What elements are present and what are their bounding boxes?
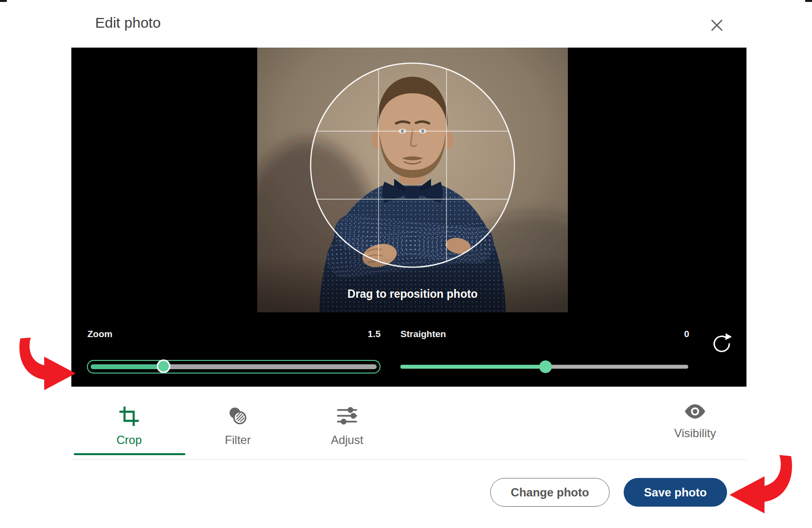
tab-adjust[interactable]: Adjust [308, 406, 386, 447]
straighten-label: Straighten [400, 329, 446, 340]
close-button[interactable] [707, 16, 727, 35]
drag-hint: Drag to reposition photo [257, 288, 568, 301]
tab-filter[interactable]: Filter [199, 406, 277, 447]
straighten-slider-fill [400, 365, 546, 369]
adjust-icon [308, 406, 386, 428]
zoom-label: Zoom [87, 329, 113, 340]
photo-canvas[interactable] [257, 48, 568, 312]
tab-visibility[interactable]: Visibility [656, 403, 734, 440]
dialog-title: Edit photo [95, 15, 161, 31]
tab-visibility-label: Visibility [656, 426, 734, 440]
tab-filter-label: Filter [199, 433, 277, 447]
screen-edge-artifact [0, 0, 7, 2]
tab-crop[interactable]: Crop [90, 406, 168, 447]
zoom-value: 1.5 [322, 329, 381, 340]
save-photo-button[interactable]: Save photo [624, 478, 727, 507]
red-arrow-right [729, 455, 797, 517]
reset-icon [711, 349, 733, 356]
filter-icon [199, 406, 277, 428]
close-icon [708, 28, 726, 35]
change-photo-button[interactable]: Change photo [490, 478, 610, 507]
screen-edge-artifact [805, 0, 812, 2]
zoom-slider-thumb[interactable] [157, 359, 170, 373]
zoom-slider[interactable] [87, 360, 381, 374]
edit-photo-dialog: Edit photo [0, 0, 812, 528]
red-arrow-left [15, 337, 76, 393]
active-tab-indicator [74, 453, 185, 455]
straighten-slider-thumb[interactable] [539, 360, 552, 373]
reset-button[interactable] [709, 331, 734, 357]
eye-icon [656, 403, 734, 422]
tab-crop-label: Crop [90, 433, 168, 447]
zoom-slider-fill [91, 364, 164, 369]
footer-divider [71, 459, 746, 460]
crop-icon [90, 406, 168, 428]
straighten-value: 0 [631, 329, 689, 340]
zoom-slider-track[interactable] [91, 364, 377, 369]
tab-adjust-label: Adjust [308, 433, 386, 447]
profile-photo [257, 48, 568, 312]
